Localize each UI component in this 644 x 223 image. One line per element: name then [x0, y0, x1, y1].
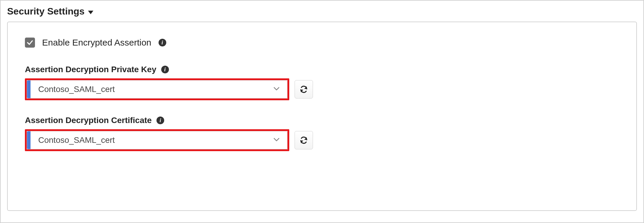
enable-encrypted-assertion-checkbox[interactable]	[25, 38, 35, 48]
section-title: Security Settings	[7, 6, 84, 17]
enable-encrypted-assertion-row: Enable Encrypted Assertion i	[25, 38, 619, 48]
certificate-select[interactable]: Contoso_SAML_cert	[27, 131, 287, 149]
certificate-highlight: Contoso_SAML_cert	[25, 129, 289, 151]
security-settings-panel: Enable Encrypted Assertion i Assertion D…	[7, 22, 637, 211]
certificate-label-row: Assertion Decryption Certificate i	[25, 116, 619, 125]
certificate-label: Assertion Decryption Certificate	[25, 116, 152, 125]
chevron-down-icon	[266, 85, 287, 93]
private-key-select[interactable]: Contoso_SAML_cert	[27, 80, 287, 98]
certificate-value: Contoso_SAML_cert	[31, 135, 266, 145]
certificate-select-row: Contoso_SAML_cert	[25, 129, 619, 151]
info-icon[interactable]: i	[161, 66, 169, 73]
private-key-label: Assertion Decryption Private Key	[25, 65, 156, 74]
private-key-label-row: Assertion Decryption Private Key i	[25, 65, 619, 74]
info-icon[interactable]: i	[156, 117, 164, 124]
chevron-down-icon	[266, 136, 287, 144]
select-accent-bar	[27, 131, 31, 149]
section-header[interactable]: Security Settings	[7, 6, 637, 17]
private-key-field-group: Assertion Decryption Private Key i Conto…	[25, 65, 619, 100]
select-accent-bar	[27, 80, 31, 98]
private-key-refresh-button[interactable]	[295, 80, 313, 98]
certificate-field-group: Assertion Decryption Certificate i Conto…	[25, 116, 619, 151]
check-icon	[26, 39, 33, 46]
page-container: Security Settings Enable Encrypted Asser…	[0, 0, 644, 223]
refresh-icon	[299, 136, 308, 145]
refresh-icon	[299, 85, 308, 94]
private-key-value: Contoso_SAML_cert	[31, 85, 266, 94]
private-key-select-row: Contoso_SAML_cert	[25, 78, 619, 100]
chevron-down-icon	[88, 11, 93, 14]
enable-encrypted-assertion-label: Enable Encrypted Assertion	[42, 38, 151, 48]
certificate-refresh-button[interactable]	[295, 131, 313, 149]
info-icon[interactable]: i	[159, 39, 166, 46]
private-key-highlight: Contoso_SAML_cert	[25, 78, 289, 100]
